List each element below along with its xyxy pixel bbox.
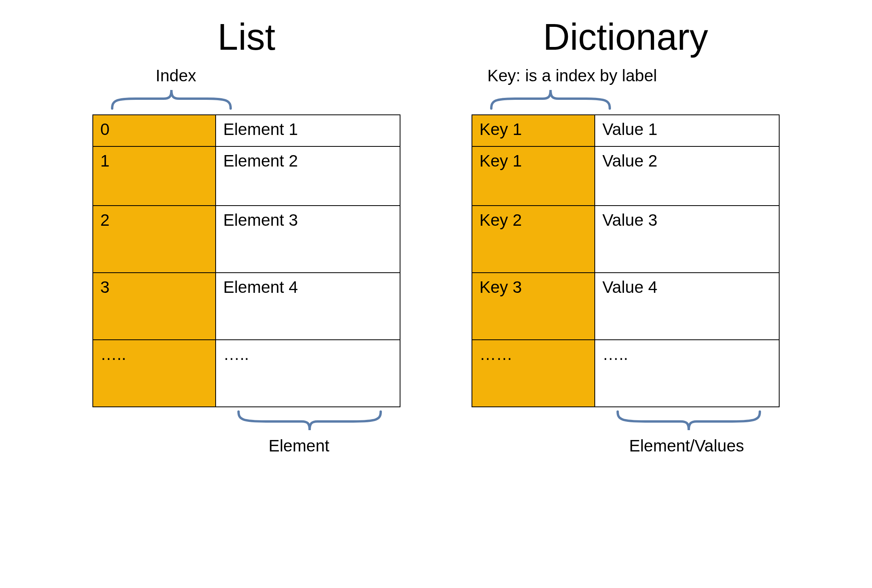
table-row: Key 1 Value 2 [472, 146, 779, 206]
dictionary-bottom-brace [614, 410, 764, 435]
list-element-cell: Element 4 [216, 273, 400, 340]
dictionary-title: Dictionary [543, 16, 708, 58]
dictionary-value-cell: Value 2 [595, 146, 779, 206]
list-element-label: Element [269, 436, 329, 455]
dictionary-key-label: Key: is a index by label [487, 66, 657, 85]
table-row: ….. ….. [93, 340, 400, 407]
dictionary-value-cell: Value 4 [595, 273, 779, 340]
list-index-cell: 3 [93, 273, 216, 340]
table-row: 3 Element 4 [93, 273, 400, 340]
table-row: Key 3 Value 4 [472, 273, 779, 340]
list-element-cell: Element 1 [216, 115, 400, 146]
list-element-cell: ….. [216, 340, 400, 407]
table-row: 2 Element 3 [93, 206, 400, 273]
dictionary-key-cell: Key 1 [472, 146, 595, 206]
table-row: Key 2 Value 3 [472, 206, 779, 273]
list-panel: List Index 0 Element 1 1 Element 2 2 Ele… [92, 16, 400, 455]
list-index-label: Index [156, 66, 196, 85]
dictionary-value-cell: Value 3 [595, 206, 779, 273]
dictionary-key-cell: Key 1 [472, 115, 595, 146]
list-bottom-brace [235, 410, 385, 435]
list-element-cell: Element 3 [216, 206, 400, 273]
list-index-cell: 2 [93, 206, 216, 273]
list-title: List [218, 16, 275, 58]
list-table: 0 Element 1 1 Element 2 2 Element 3 3 El… [92, 114, 400, 407]
table-row: …… ….. [472, 340, 779, 407]
list-element-cell: Element 2 [216, 146, 400, 206]
dictionary-key-cell: …… [472, 340, 595, 407]
list-top-brace [108, 87, 235, 112]
table-row: 0 Element 1 [93, 115, 400, 146]
diagram-container: List Index 0 Element 1 1 Element 2 2 Ele… [24, 16, 848, 455]
dictionary-table: Key 1 Value 1 Key 1 Value 2 Key 2 Value … [472, 114, 780, 407]
dictionary-key-cell: Key 2 [472, 206, 595, 273]
list-index-cell: 1 [93, 146, 216, 206]
dictionary-value-cell: ….. [595, 340, 779, 407]
dictionary-key-cell: Key 3 [472, 273, 595, 340]
table-row: Key 1 Value 1 [472, 115, 779, 146]
table-row: 1 Element 2 [93, 146, 400, 206]
dictionary-panel: Dictionary Key: is a index by label Key … [472, 16, 780, 455]
dictionary-value-cell: Value 1 [595, 115, 779, 146]
dictionary-top-brace [487, 87, 614, 112]
dictionary-value-label: Element/Values [629, 436, 744, 455]
list-index-cell: ….. [93, 340, 216, 407]
list-index-cell: 0 [93, 115, 216, 146]
